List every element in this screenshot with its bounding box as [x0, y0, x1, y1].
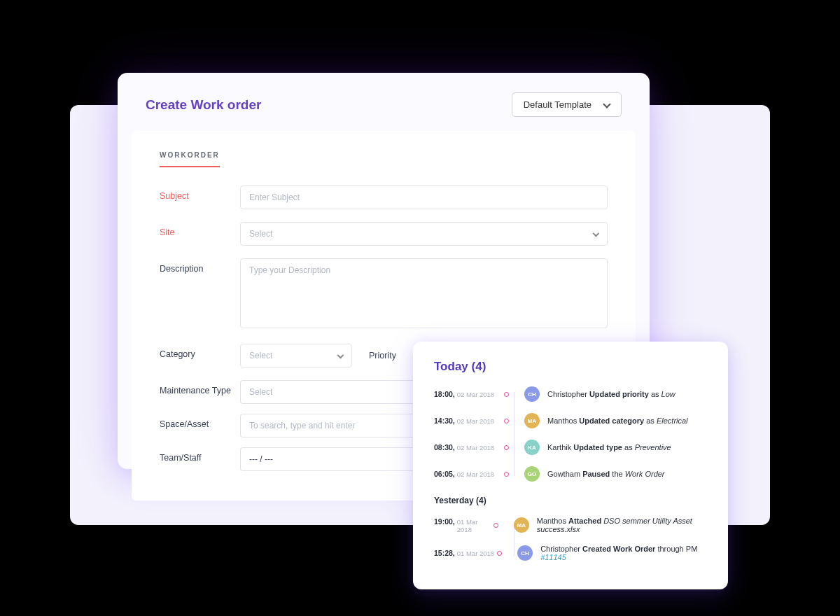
activity-time: 14:30: [434, 416, 455, 425]
chevron-down-icon: [593, 230, 600, 237]
site-label: Site: [160, 222, 240, 237]
activity-time: 19:00: [434, 517, 455, 526]
section-label: WORKORDER: [160, 151, 220, 167]
chevron-down-icon: [337, 351, 344, 358]
activity-message: Manthos Attached DSO semmer Utility Asse…: [537, 517, 707, 533]
activity-item: 06:0502 Mar 2018GOGowtham Paused the Wor…: [434, 466, 707, 482]
site-select[interactable]: Select: [240, 222, 608, 246]
activity-item: 08:3002 Mar 2018KAKarthik Updated type a…: [434, 440, 707, 455]
activity-yesterday-list: 19:0001 Mar 2018MAManthos Attached DSO s…: [434, 517, 707, 561]
activity-card: Today (4) 18:0002 Mar 2018CHChristopher …: [413, 342, 728, 589]
activity-date: 02 Mar 2018: [457, 417, 494, 425]
avatar: GO: [524, 466, 540, 482]
avatar: MA: [524, 413, 540, 428]
maint-placeholder: Select: [249, 387, 272, 397]
activity-time: 18:00: [434, 390, 455, 398]
activity-today-list: 18:0002 Mar 2018CHChristopher Updated pr…: [434, 386, 707, 482]
category-placeholder: Select: [249, 351, 272, 360]
avatar: MA: [514, 517, 529, 533]
avatar: KA: [524, 440, 540, 455]
activity-today-header: Today (4): [434, 360, 707, 374]
description-label: Description: [160, 258, 240, 274]
timeline-dot-icon: [504, 445, 509, 450]
chevron-down-icon: [603, 100, 610, 108]
activity-date: 02 Mar 2018: [457, 444, 494, 451]
activity-message: Gowtham Paused the Work Order: [547, 470, 665, 478]
maintenance-type-label: Maintenance Type: [160, 380, 240, 396]
activity-time: 15:28: [434, 549, 455, 557]
activity-message: Christopher Created Work Order through P…: [540, 545, 707, 561]
timeline-dot-icon: [504, 472, 509, 477]
subject-input[interactable]: [240, 186, 608, 209]
template-select[interactable]: Default Template: [512, 92, 622, 117]
activity-item: 18:0002 Mar 2018CHChristopher Updated pr…: [434, 386, 707, 402]
timeline-line: [514, 392, 514, 476]
activity-item: 15:2801 Mar 2018CHChristopher Created Wo…: [434, 545, 707, 561]
activity-date: 01 Mar 2018: [457, 550, 494, 557]
site-placeholder: Select: [249, 229, 272, 239]
activity-date: 02 Mar 2018: [457, 391, 494, 398]
activity-date: 01 Mar 2018: [457, 518, 493, 533]
timeline-dot-icon: [493, 523, 498, 528]
timeline-dot-icon: [504, 392, 509, 397]
space-asset-label: Space/Asset: [160, 414, 240, 429]
page-title: Create Work order: [146, 97, 261, 113]
timeline-dot-icon: [497, 551, 502, 556]
category-label: Category: [160, 344, 240, 359]
activity-message: Karthik Updated type as Preventive: [547, 443, 671, 451]
activity-date: 02 Mar 2018: [457, 470, 494, 478]
activity-message: Manthos Updated category as Electrical: [547, 416, 688, 425]
avatar: CH: [524, 386, 540, 402]
activity-yesterday-header: Yesterday (4): [434, 496, 707, 505]
priority-label: Priority: [369, 351, 396, 360]
activity-time: 06:05: [434, 470, 455, 478]
activity-message: Christopher Updated priority as Low: [547, 390, 676, 398]
subject-label: Subject: [160, 186, 240, 201]
category-select[interactable]: Select: [240, 344, 352, 368]
activity-item: 14:3002 Mar 2018MAManthos Updated catego…: [434, 413, 707, 428]
activity-time: 08:30: [434, 443, 455, 451]
activity-item: 19:0001 Mar 2018MAManthos Attached DSO s…: [434, 517, 707, 533]
avatar: CH: [517, 545, 533, 561]
team-staff-label: Team/Staff: [160, 447, 240, 463]
timeline-dot-icon: [504, 419, 509, 424]
description-input[interactable]: [240, 258, 608, 328]
template-selected-label: Default Template: [524, 99, 592, 110]
